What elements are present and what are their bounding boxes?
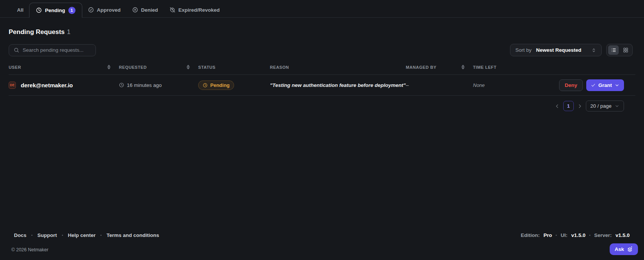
user-cell: DE derek@netmaker.io (9, 82, 119, 89)
x-circle-icon (132, 7, 138, 13)
status-tabbar: All Pending 1 Approved Denied Expired/Re… (0, 0, 644, 18)
page-number-button[interactable]: 1 (563, 101, 574, 111)
grant-button-label: Grant (598, 82, 612, 88)
check-icon (591, 83, 596, 88)
footer-link-help-center[interactable]: Help center (68, 232, 96, 238)
chevron-down-icon (615, 83, 619, 88)
column-header-time-left-label: TIME LEFT (473, 65, 496, 70)
dot-separator (62, 235, 63, 236)
deny-button[interactable]: Deny (559, 79, 583, 91)
controls-row: Sort by Newest Requested (9, 44, 635, 56)
status-badge-label: Pending (210, 82, 230, 88)
status-badge: Pending (198, 80, 234, 90)
sort-arrows-icon (107, 65, 111, 70)
time-left-cell: None (473, 82, 559, 88)
footer-links: Docs Support Help center Terms and condi… (14, 232, 159, 238)
chevrons-up-down-icon (591, 48, 596, 53)
list-icon (611, 47, 616, 53)
ui-version-label: UI: (561, 232, 567, 238)
column-header-reason: REASON (270, 65, 406, 70)
view-toggle-group (606, 44, 633, 56)
tab-expired-revoked[interactable]: Expired/Revoked (164, 2, 226, 17)
ui-version-value: v1.5.0 (571, 232, 585, 238)
dot-separator (100, 235, 102, 236)
column-header-requested[interactable]: REQUESTED (119, 65, 198, 70)
reason-cell: "Testing new authentication feature befo… (270, 82, 406, 88)
avatar: DE (9, 82, 16, 89)
controls-right: Sort by Newest Requested (510, 44, 633, 56)
column-header-status: STATUS (198, 65, 270, 70)
footer-link-terms[interactable]: Terms and conditions (106, 232, 159, 238)
table-header-row: USER REQUESTED STATUS REASON MANAGED BY (9, 65, 635, 74)
page-size-select[interactable]: 20 / page (586, 101, 624, 111)
sort-select[interactable]: Sort by Newest Requested (510, 44, 602, 56)
check-circle-icon (88, 7, 94, 13)
column-header-status-label: STATUS (198, 65, 216, 70)
tab-expired-revoked-label: Expired/Revoked (179, 7, 220, 13)
grant-button[interactable]: Grant (586, 79, 624, 91)
column-header-managed-by-label: MANAGED BY (406, 65, 436, 70)
footer-link-support[interactable]: Support (37, 232, 57, 238)
page-title: Pending Requests1 (9, 28, 635, 36)
chevron-left-icon[interactable] (554, 103, 560, 109)
search-box (9, 44, 96, 56)
clock-off-icon (169, 7, 176, 13)
pagination: 1 20 / page (9, 101, 624, 111)
footer-link-docs[interactable]: Docs (14, 232, 26, 238)
dot-separator (556, 235, 557, 236)
column-header-requested-label: REQUESTED (119, 65, 147, 70)
dot-separator (589, 235, 590, 236)
tab-pending[interactable]: Pending 1 (29, 3, 82, 18)
footer-version-info: Edition: Pro UI: v1.5.0 Server: v1.5.0 (521, 232, 630, 238)
table-row: DE derek@netmaker.io 16 minutes ago Pend… (9, 74, 635, 96)
dot-separator (31, 235, 32, 236)
edition-label: Edition: (521, 232, 540, 238)
page-size-value: 20 / page (590, 103, 612, 109)
pending-count-badge: 1 (68, 7, 75, 14)
status-cell: Pending (198, 80, 270, 90)
sort-arrows-icon (461, 65, 465, 70)
column-header-reason-label: REASON (270, 65, 289, 70)
tab-approved-label: Approved (97, 7, 121, 13)
page-title-text: Pending Requests (9, 28, 65, 36)
server-version-label: Server: (594, 232, 612, 238)
list-view-button[interactable] (608, 45, 619, 55)
column-header-managed-by[interactable]: MANAGED BY (406, 65, 473, 70)
grid-icon (623, 47, 629, 53)
clock-icon (203, 83, 208, 88)
edition-value: Pro (544, 232, 552, 238)
tab-approved[interactable]: Approved (82, 2, 126, 17)
chevron-down-icon (615, 104, 619, 108)
column-header-user[interactable]: USER (9, 65, 119, 70)
server-version-value: v1.5.0 (615, 232, 630, 238)
grid-view-button[interactable] (620, 45, 631, 55)
column-header-time-left: TIME LEFT (473, 65, 635, 70)
requested-cell: 16 minutes ago (119, 82, 198, 88)
clock-icon (36, 7, 42, 13)
row-actions: Deny Grant (559, 79, 624, 91)
layers-sparkle-icon (627, 246, 633, 252)
tab-all[interactable]: All (11, 2, 29, 17)
ask-button[interactable]: Ask (610, 243, 638, 255)
search-input[interactable] (23, 47, 91, 53)
sort-label: Sort by (515, 47, 532, 53)
tab-denied[interactable]: Denied (126, 2, 164, 17)
requested-time: 16 minutes ago (127, 82, 162, 88)
copyright-text: © 2026 Netmaker (11, 247, 48, 252)
ask-button-label: Ask (615, 246, 624, 252)
sort-arrows-icon (186, 65, 190, 70)
tab-denied-label: Denied (141, 7, 158, 13)
page-title-count: 1 (67, 28, 70, 36)
column-header-user-label: USER (9, 65, 21, 70)
tab-pending-label: Pending (45, 8, 65, 13)
chevron-right-icon[interactable] (577, 103, 583, 109)
sort-value: Newest Requested (536, 47, 581, 53)
managed-by-cell: – (406, 82, 473, 88)
search-icon (14, 47, 19, 53)
clock-icon (119, 82, 124, 88)
user-email: derek@netmaker.io (21, 82, 73, 88)
tab-all-label: All (17, 7, 23, 13)
